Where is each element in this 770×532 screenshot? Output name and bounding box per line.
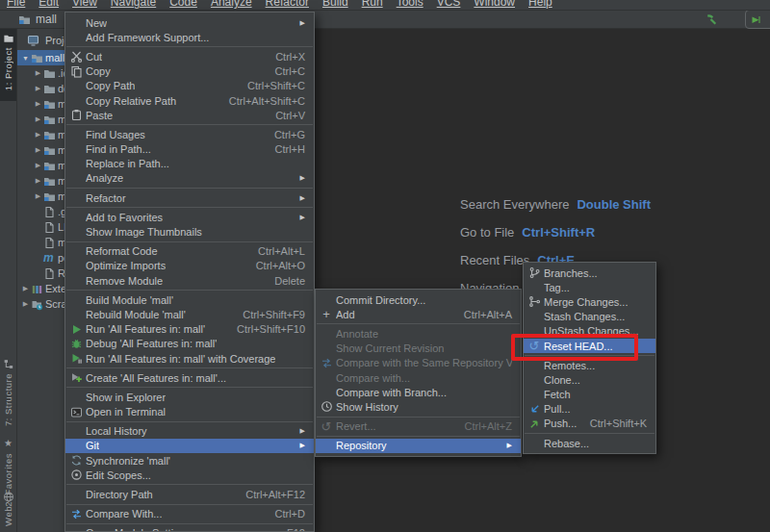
run-configuration-widget[interactable] [745, 10, 770, 29]
plus-icon: + [320, 308, 333, 320]
context-menu-item-copy-relative-path[interactable]: Copy Relative PathCtrl+Alt+Shift+C [65, 93, 314, 108]
context-menu-item-add-to-favorites[interactable]: Add to Favorites▶ [65, 210, 314, 224]
collapse-arrow-icon[interactable]: ▶ [33, 177, 43, 185]
context-menu-item-analyze[interactable]: Analyze▶ [65, 171, 314, 186]
context-menu-separator [66, 188, 313, 189]
hammer-icon [705, 13, 718, 26]
menubar-item-window[interactable]: Window [467, 0, 522, 9]
collapse-arrow-icon[interactable]: ▶ [33, 162, 43, 169]
submenu-arrow-icon: ▶ [287, 214, 305, 221]
context-menu-item-paste[interactable]: PasteCtrl+V [65, 108, 314, 122]
context-menu-item-new[interactable]: New▶ [65, 15, 314, 30]
context-menu-item-replace-in-path[interactable]: Replace in Path... [65, 157, 314, 171]
git-menu-item-repository[interactable]: Repository▶ [316, 439, 521, 453]
git-submenu: Commit Directory...+AddCtrl+Alt+AAnnotat… [315, 289, 522, 457]
context-menu-item-build-module-mall[interactable]: Build Module 'mall' [65, 292, 314, 307]
context-menu-item-open-module-settings[interactable]: Open Module SettingsF12 [65, 526, 314, 532]
menubar-item-help[interactable]: Help [522, 0, 559, 9]
compare-icon [320, 357, 333, 369]
context-menu-separator [66, 124, 313, 125]
context-menu-item-debug-all-features-in-mall[interactable]: Debug 'All Features in: mall' [65, 337, 314, 351]
collapse-arrow-icon[interactable]: ▶ [33, 115, 43, 123]
repo-menu-item-clone[interactable]: Clone... [524, 372, 655, 387]
context-menu-item-git[interactable]: Git▶ [65, 439, 314, 453]
context-menu-item-compare-with[interactable]: Compare With...Ctrl+D [65, 507, 314, 521]
context-menu-item-reformat-code[interactable]: Reformat CodeCtrl+Alt+L [65, 244, 314, 259]
repo-menu-item-branches[interactable]: Branches... [524, 266, 655, 280]
collapse-arrow-icon[interactable]: ▶ [33, 100, 43, 108]
context-menu-item-edit-scopes[interactable]: Edit Scopes... [65, 468, 314, 482]
context-menu-item-rebuild-module-mall[interactable]: Rebuild Module 'mall'Ctrl+Shift+F9 [65, 307, 314, 321]
context-menu-item-remove-module[interactable]: Remove ModuleDelete [65, 273, 314, 288]
stripe-project-tab[interactable]: 1: Project [0, 29, 16, 101]
context-menu-item-refactor[interactable]: Refactor▶ [65, 190, 314, 205]
repo-menu-item-push[interactable]: Push...Ctrl+Shift+K [524, 417, 655, 431]
menubar-item-vcs[interactable]: VCS [430, 0, 468, 9]
context-menu-item-optimize-imports[interactable]: Optimize ImportsCtrl+Alt+O [65, 259, 314, 273]
stripe-web-tab[interactable]: Web [0, 488, 16, 532]
menubar-item-refactor[interactable]: Refactor [259, 0, 316, 9]
context-menu-item-create-all-features-in-mall[interactable]: Create 'All Features in: mall'... [65, 370, 314, 385]
context-menu-item-find-in-path[interactable]: Find in Path...Ctrl+H [65, 142, 314, 157]
repo-menu-item-fetch[interactable]: Fetch [524, 388, 655, 402]
git-menu-separator [317, 417, 520, 418]
menubar-item-run[interactable]: Run [355, 0, 390, 9]
collapse-arrow-icon[interactable]: ▶ [20, 300, 31, 308]
menubar-item-file[interactable]: File [0, 0, 32, 9]
context-menu-item-show-image-thumbnails[interactable]: Show Image Thumbnails [65, 224, 314, 239]
expand-arrow-icon[interactable]: ▼ [20, 55, 31, 62]
collapse-arrow-icon[interactable]: ▶ [33, 85, 43, 92]
context-menu-item-find-usages[interactable]: Find UsagesCtrl+G [65, 127, 314, 141]
maven-icon: m [43, 252, 58, 265]
menubar-item-view[interactable]: View [65, 0, 104, 9]
context-menu-item-copy-path[interactable]: Copy PathCtrl+Shift+C [65, 79, 314, 93]
menubar-item-analyze[interactable]: Analyze [204, 0, 259, 9]
repo-menu-item-pull[interactable]: Pull... [524, 402, 655, 417]
menubar-item-navigate[interactable]: Navigate [104, 0, 163, 9]
git-menu-item-add[interactable]: +AddCtrl+Alt+A [316, 307, 521, 321]
folder-icon [43, 83, 58, 95]
collapse-arrow-icon[interactable]: ▶ [33, 146, 43, 154]
file-icon [43, 267, 58, 280]
submenu-arrow-icon: ▶ [494, 442, 512, 449]
context-menu-item-copy[interactable]: CopyCtrl+C [65, 64, 314, 79]
menubar-item-code[interactable]: Code [163, 0, 204, 9]
repo-menu-item-rebase[interactable]: Rebase... [524, 436, 655, 450]
module-folder-icon [43, 160, 58, 172]
repo-menu-item-stash-changes[interactable]: Stash Changes... [524, 310, 655, 324]
context-menu-item-directory-path[interactable]: Directory PathCtrl+Alt+F12 [65, 487, 314, 501]
context-menu-item-synchronize-mall[interactable]: Synchronize 'mall' [65, 453, 314, 468]
git-menu-separator [317, 323, 520, 324]
build-button[interactable] [703, 12, 720, 27]
menubar-item-tools[interactable]: Tools [390, 0, 430, 9]
revert-icon: ↺ [320, 420, 333, 433]
repo-menu-item-tag[interactable]: Tag... [524, 280, 655, 294]
pull-icon [527, 403, 541, 416]
create-run-icon [69, 371, 83, 384]
breadcrumb[interactable]: mall [18, 13, 57, 26]
context-menu-separator [66, 523, 313, 524]
annotation-reset-head [511, 334, 638, 361]
stripe-structure-tab[interactable]: 7: Structure [0, 355, 16, 431]
context-menu-item-open-in-terminal[interactable]: Open in Terminal [65, 405, 314, 419]
menubar-item-build[interactable]: Build [316, 0, 355, 9]
context-menu-separator [66, 290, 313, 291]
collapse-arrow-icon[interactable]: ▶ [33, 131, 43, 139]
context-menu-item-run-all-features-in-mall[interactable]: Run 'All Features in: mall'Ctrl+Shift+F1… [65, 322, 314, 337]
git-menu-item-compare-with-branch[interactable]: Compare with Branch... [316, 385, 521, 399]
git-menu-item-show-history[interactable]: Show History [316, 399, 521, 414]
repo-menu-item-merge-changes[interactable]: Merge Changes... [524, 294, 655, 309]
context-menu-item-add-framework-support[interactable]: Add Framework Support... [65, 30, 314, 44]
context-menu-item-show-in-explorer[interactable]: Show in Explorer [65, 390, 314, 404]
context-menu-item-local-history[interactable]: Local History▶ [65, 424, 314, 439]
folder-icon [43, 67, 58, 80]
submenu-arrow-icon: ▶ [287, 19, 305, 27]
globe-icon [3, 491, 14, 503]
menubar-item-edit[interactable]: Edit [32, 0, 65, 9]
collapse-arrow-icon[interactable]: ▶ [33, 192, 43, 200]
context-menu-item-cut[interactable]: CutCtrl+X [65, 49, 314, 63]
collapse-arrow-icon[interactable]: ▶ [33, 69, 43, 77]
git-menu-item-commit-directory[interactable]: Commit Directory... [316, 292, 521, 307]
collapse-arrow-icon[interactable]: ▶ [20, 285, 31, 292]
context-menu-item-run-all-features-in-mall-with-coverage[interactable]: Run 'All Features in: mall' with Coverag… [65, 351, 314, 366]
